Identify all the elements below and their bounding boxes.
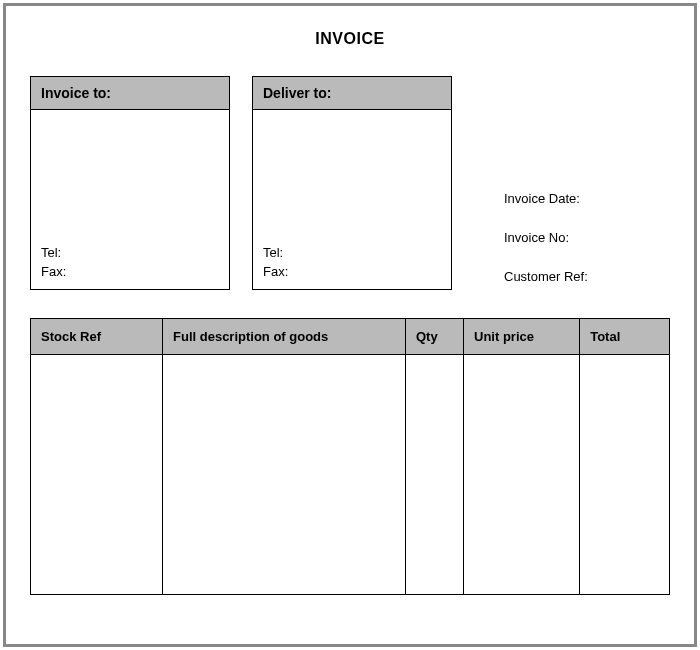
- cell-description: [163, 355, 406, 595]
- invoice-to-box: Invoice to: Tel: Fax:: [30, 76, 230, 290]
- deliver-to-tel-label: Tel:: [263, 245, 283, 260]
- invoice-to-tel: Tel:: [41, 245, 219, 260]
- deliver-to-body: Tel: Fax:: [253, 110, 451, 289]
- cell-stock-ref: [31, 355, 163, 595]
- cell-qty: [405, 355, 463, 595]
- table-row: [31, 355, 670, 595]
- invoice-to-header: Invoice to:: [31, 77, 229, 110]
- cell-unit-price: [464, 355, 580, 595]
- table-header-row: Stock Ref Full description of goods Qty …: [31, 319, 670, 355]
- customer-ref-row: Customer Ref:: [504, 269, 588, 284]
- col-total: Total: [580, 319, 670, 355]
- invoice-no-label: Invoice No:: [504, 230, 569, 245]
- col-unit-price: Unit price: [464, 319, 580, 355]
- invoice-date-label: Invoice Date:: [504, 191, 580, 206]
- col-description: Full description of goods: [163, 319, 406, 355]
- deliver-to-fax: Fax:: [263, 264, 441, 279]
- invoice-no-row: Invoice No:: [504, 230, 588, 245]
- meta-block: Invoice Date: Invoice No: Customer Ref:: [504, 76, 588, 290]
- top-section: Invoice to: Tel: Fax: Deliver to: Tel:: [30, 76, 670, 290]
- deliver-to-box: Deliver to: Tel: Fax:: [252, 76, 452, 290]
- deliver-to-fax-label: Fax:: [263, 264, 288, 279]
- customer-ref-label: Customer Ref:: [504, 269, 588, 284]
- deliver-to-header: Deliver to:: [253, 77, 451, 110]
- col-qty: Qty: [405, 319, 463, 355]
- page-title: INVOICE: [30, 30, 670, 48]
- deliver-to-tel: Tel:: [263, 245, 441, 260]
- cell-total: [580, 355, 670, 595]
- invoice-date-row: Invoice Date:: [504, 191, 588, 206]
- line-items-table: Stock Ref Full description of goods Qty …: [30, 318, 670, 595]
- invoice-page: INVOICE Invoice to: Tel: Fax: Deliver to…: [3, 3, 697, 647]
- invoice-to-fax: Fax:: [41, 264, 219, 279]
- invoice-to-tel-label: Tel:: [41, 245, 61, 260]
- invoice-to-fax-label: Fax:: [41, 264, 66, 279]
- invoice-to-body: Tel: Fax:: [31, 110, 229, 289]
- col-stock-ref: Stock Ref: [31, 319, 163, 355]
